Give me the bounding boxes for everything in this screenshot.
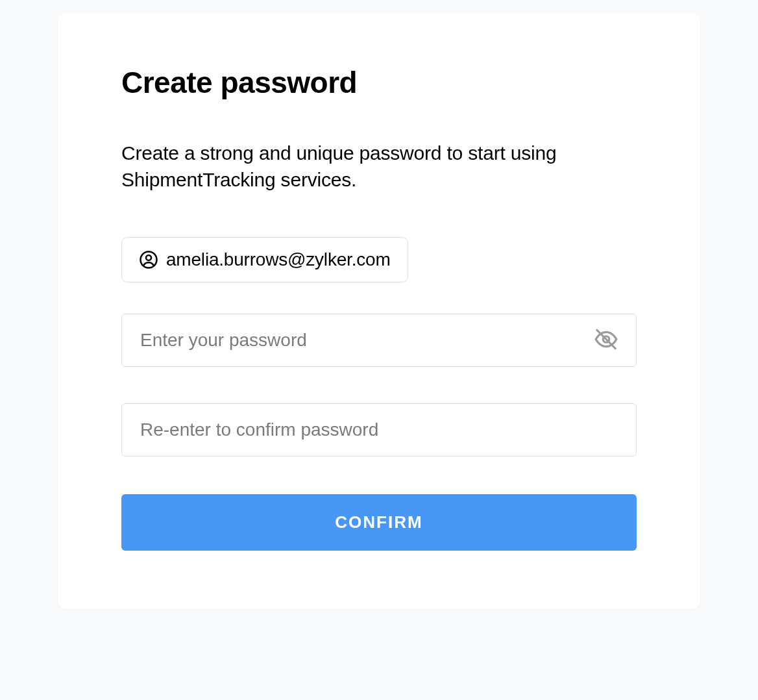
confirm-button[interactable]: CONFIRM	[121, 494, 637, 551]
email-chip: amelia.burrows@zylker.com	[121, 237, 408, 282]
eye-off-icon	[594, 327, 618, 354]
confirm-password-input[interactable]	[121, 403, 637, 456]
toggle-password-visibility-button[interactable]	[591, 325, 621, 356]
svg-point-1	[146, 255, 151, 260]
user-circle-icon	[139, 250, 158, 269]
create-password-card: Create password Create a strong and uniq…	[58, 13, 700, 609]
confirm-password-field-wrap	[121, 403, 637, 456]
email-value: amelia.burrows@zylker.com	[166, 249, 391, 270]
password-input[interactable]	[121, 314, 637, 367]
password-field-wrap	[121, 314, 637, 367]
page-subtitle: Create a strong and unique password to s…	[121, 140, 637, 193]
page-title: Create password	[121, 65, 637, 100]
